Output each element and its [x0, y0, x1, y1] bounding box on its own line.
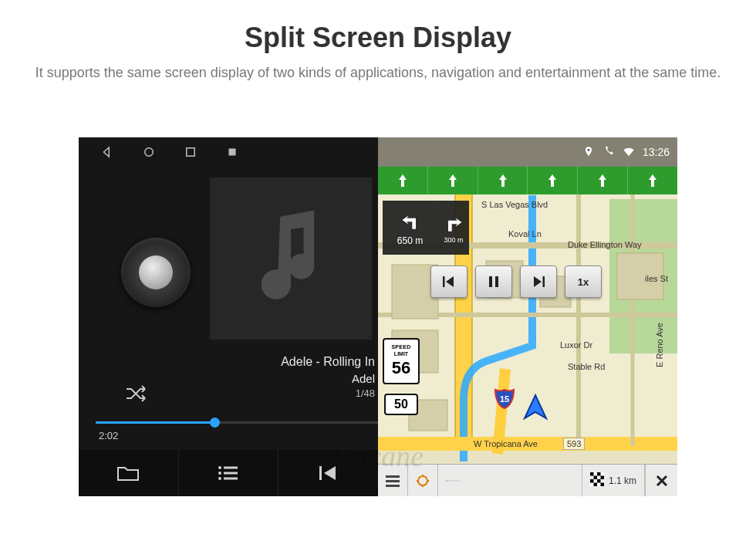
turn-left-icon: [400, 209, 421, 234]
nav-destination: 1.1 km: [582, 465, 645, 496]
screenshot-icon[interactable]: [225, 145, 239, 159]
track-title: Adele - Rolling In: [281, 353, 375, 370]
svg-rect-39: [590, 472, 594, 476]
music-bottom-bar: [79, 450, 378, 496]
svg-rect-4: [224, 467, 238, 469]
speed-limit-value: 56: [384, 358, 418, 378]
album-art-placeholder: [210, 178, 372, 340]
track-index: 1/48: [281, 387, 375, 401]
folder-button[interactable]: [79, 450, 179, 496]
location-icon: [582, 146, 595, 158]
nav-menu-button[interactable]: [378, 465, 408, 496]
turn-instruction-panel: 650 m 300 m: [383, 201, 469, 255]
svg-point-37: [447, 480, 447, 481]
device-frame: Adele - Rolling In Adel 1/48 2:02: [79, 137, 677, 496]
svg-point-3: [218, 466, 221, 469]
street-number-label: 593: [563, 438, 585, 450]
svg-rect-1: [187, 148, 195, 157]
nav-orientation-button[interactable]: [408, 465, 438, 496]
svg-rect-46: [600, 483, 604, 487]
navigation-pane: 13:26 650 m 300 m 1x: [378, 137, 677, 496]
svg-rect-40: [597, 472, 601, 476]
svg-rect-32: [386, 475, 400, 478]
nav-progress: [438, 465, 582, 496]
lane-arrow-icon: [378, 167, 428, 194]
progress-bar[interactable]: 2:02: [96, 421, 378, 441]
svg-point-0: [145, 148, 154, 157]
street-label: Duke Ellington Way: [565, 239, 645, 250]
svg-rect-42: [600, 476, 604, 480]
street-label: Koval Ln: [505, 228, 545, 239]
track-info: Adele - Rolling In Adel 1/48: [281, 353, 378, 401]
svg-rect-34: [386, 485, 400, 487]
map-next-button[interactable]: [520, 265, 557, 298]
map-playback-controls: 1x: [430, 265, 602, 298]
street-label: Luxor Dr: [557, 340, 596, 350]
wifi-icon: [623, 146, 635, 158]
svg-rect-9: [319, 466, 322, 480]
page-subtitle: It supports the same screen display of t…: [31, 63, 725, 83]
nav-footer: 1.1 km: [378, 464, 677, 496]
joystick-control[interactable]: [121, 238, 191, 307]
street-label: E Reno Ave: [654, 320, 665, 370]
turn-distance-primary: 650 m: [397, 235, 423, 246]
svg-rect-29: [495, 276, 498, 287]
lane-arrow-icon: [478, 167, 528, 194]
svg-rect-45: [593, 483, 597, 487]
svg-rect-8: [224, 478, 238, 480]
svg-point-26: [588, 149, 590, 151]
back-icon[interactable]: [100, 145, 114, 159]
speed-limit-sign: SPEED LIMIT 56: [383, 338, 420, 384]
svg-point-7: [218, 477, 221, 480]
turn-right-icon: [443, 211, 464, 236]
page-title: Split Screen Display: [31, 22, 725, 54]
track-artist: Adel: [281, 370, 375, 387]
playlist-button[interactable]: [179, 450, 279, 496]
shuffle-icon[interactable]: [125, 384, 151, 406]
svg-rect-43: [590, 479, 594, 483]
street-label: Stable Rd: [565, 361, 608, 372]
interstate-shield-icon: 15: [494, 388, 515, 413]
nav-close-button[interactable]: [645, 465, 677, 496]
street-label: iles St: [642, 273, 671, 284]
lane-arrow-icon: [578, 167, 628, 194]
turn-distance-secondary: 300 m: [444, 236, 463, 244]
route-sign: 50: [384, 394, 418, 415]
svg-rect-28: [489, 276, 492, 287]
home-icon[interactable]: [142, 145, 156, 159]
remaining-distance: 1.1 km: [609, 475, 636, 486]
svg-rect-6: [224, 472, 238, 475]
lane-arrow-icon: [528, 167, 578, 194]
svg-point-35: [418, 476, 427, 485]
map-speed-button[interactable]: 1x: [565, 265, 602, 298]
checkered-flag-icon: [590, 472, 604, 489]
svg-rect-33: [386, 480, 400, 482]
recents-icon[interactable]: [184, 145, 197, 159]
svg-point-5: [218, 472, 221, 475]
lane-arrow-icon: [428, 167, 478, 194]
clock: 13:26: [643, 146, 670, 158]
phone-icon: [602, 146, 615, 158]
prev-track-button[interactable]: [278, 450, 378, 496]
lane-guidance: [378, 167, 677, 194]
map-prev-button[interactable]: [430, 265, 467, 298]
map-pause-button[interactable]: [475, 265, 512, 298]
lane-arrow-icon: [628, 167, 677, 194]
svg-rect-44: [597, 479, 601, 483]
music-note-icon: [248, 203, 333, 314]
music-pane: Adele - Rolling In Adel 1/48 2:02: [79, 137, 378, 496]
street-label: S Las Vegas Blvd: [478, 199, 551, 210]
street-label: W Tropicana Ave: [471, 438, 541, 449]
svg-rect-27: [443, 276, 445, 287]
vehicle-cursor-icon: [520, 392, 551, 426]
svg-rect-41: [593, 476, 597, 480]
svg-rect-2: [229, 149, 236, 156]
svg-rect-30: [543, 276, 545, 287]
android-nav-bar: [79, 137, 378, 167]
svg-text:15: 15: [500, 394, 509, 404]
elapsed-time: 2:02: [99, 430, 378, 441]
status-bar: 13:26: [378, 137, 677, 167]
